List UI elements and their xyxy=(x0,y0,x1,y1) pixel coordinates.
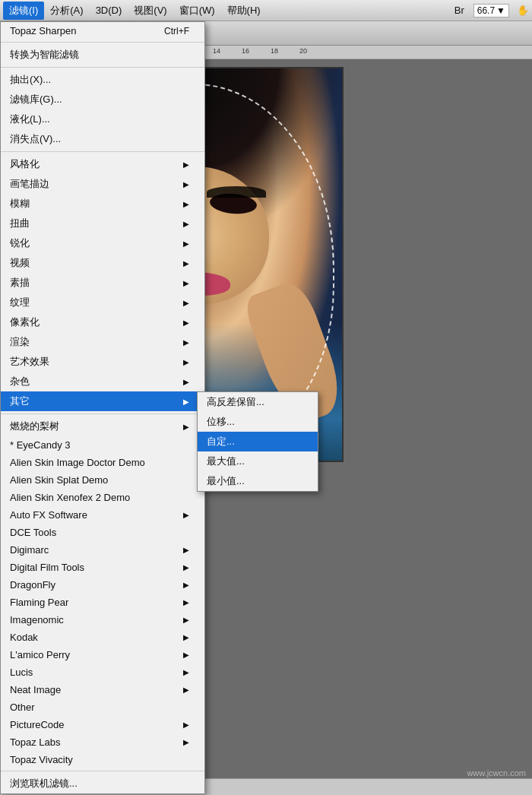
menu-neat-image[interactable]: Neat Image ▶ xyxy=(1,681,204,698)
menu-topaz-vivacity[interactable]: Topaz Vivacity xyxy=(1,751,204,768)
ruler-tick-18: 18 xyxy=(271,47,278,55)
menu-alien-doctor[interactable]: Alien Skin Image Doctor Demo xyxy=(1,454,204,471)
menu-artistic[interactable]: 艺术效果 ▶ xyxy=(1,352,204,372)
divider-2 xyxy=(1,67,204,68)
menu-filter-gallery-label: 滤镜库(G)... xyxy=(10,93,62,106)
menu-digital-film[interactable]: Digital Film Tools ▶ xyxy=(1,559,204,576)
menu-distort[interactable]: 扭曲 ▶ xyxy=(1,214,204,233)
menu-pixelate[interactable]: 像素化 ▶ xyxy=(1,312,204,332)
menu-alien-splat-label: Alien Skin Splat Demo xyxy=(10,474,108,486)
menu-lamico-label: L'amico Perry xyxy=(10,649,70,660)
menu-blur[interactable]: 模糊 ▶ xyxy=(1,194,204,214)
menu-dragonfly-label: DragonFly xyxy=(10,579,55,591)
submenu-max-label: 最大值... xyxy=(207,455,245,468)
menu-video-arrow: ▶ xyxy=(183,259,189,268)
menu-lucis[interactable]: Lucis ▶ xyxy=(1,664,204,681)
menu-vanishing-point[interactable]: 消失点(V)... xyxy=(1,129,204,149)
menu-item-filter[interactable]: 滤镜(I) xyxy=(3,2,44,20)
menu-browse-online[interactable]: 浏览联机滤镜... xyxy=(1,774,204,793)
submenu-min[interactable]: 最小值... xyxy=(198,471,318,491)
menu-item-window[interactable]: 窗口(W) xyxy=(173,2,221,20)
menu-digital-film-arrow: ▶ xyxy=(183,563,189,572)
menu-digital-film-label: Digital Film Tools xyxy=(10,562,84,573)
menu-bar: 滤镜(I) 分析(A) 3D(D) 视图(V) 窗口(W) 帮助(H) Br 6… xyxy=(0,0,532,21)
menu-eyecandy[interactable]: * EyeCandy 3 xyxy=(1,436,204,454)
menu-render[interactable]: 渲染 ▶ xyxy=(1,332,204,352)
menu-convert-smart[interactable]: 转换为智能滤镜 xyxy=(1,45,204,65)
menu-picturecode-label: PictureCode xyxy=(10,719,65,730)
menu-neat-image-label: Neat Image xyxy=(10,684,61,695)
menu-artistic-label: 艺术效果 xyxy=(10,355,49,369)
menu-pixelate-arrow: ▶ xyxy=(183,318,189,327)
menu-lamico[interactable]: L'amico Perry ▶ xyxy=(1,646,204,664)
menu-distort-label: 扭曲 xyxy=(10,217,30,230)
zoom-control[interactable]: 66.7 ▼ xyxy=(473,4,509,17)
menu-noise[interactable]: 杂色 ▶ xyxy=(1,372,204,391)
menu-topaz-labs-label: Topaz Labs xyxy=(10,736,61,748)
menu-flaming-pear[interactable]: Flaming Pear ▶ xyxy=(1,594,204,611)
menu-kodak[interactable]: Kodak ▶ xyxy=(1,629,204,646)
menu-other-label: 其它 xyxy=(10,394,30,408)
menu-digimarc-arrow: ▶ xyxy=(183,546,189,554)
menu-noise-label: 杂色 xyxy=(10,375,30,388)
hand-tool[interactable]: ✋ xyxy=(517,5,529,16)
menu-item-analyze[interactable]: 分析(A) xyxy=(44,2,89,20)
menu-alien-doctor-label: Alien Skin Image Doctor Demo xyxy=(10,457,145,468)
menu-video-label: 视频 xyxy=(10,256,30,270)
menu-bar-right: Br 66.7 ▼ ✋ xyxy=(448,2,529,18)
menu-item-br[interactable]: Br xyxy=(448,2,470,18)
menu-dce[interactable]: DCE Tools xyxy=(1,524,204,541)
menu-liquify[interactable]: 液化(L)... xyxy=(1,109,204,129)
divider-3 xyxy=(1,151,204,152)
menu-filter-gallery[interactable]: 滤镜库(G)... xyxy=(1,90,204,109)
submenu-max[interactable]: 最大值... xyxy=(198,451,318,471)
submenu-high-contrast[interactable]: 高反差保留... xyxy=(198,392,318,412)
menu-alien-xenofex[interactable]: Alien Skin Xenofex 2 Demo xyxy=(1,489,204,506)
menu-sketch-label: 素描 xyxy=(10,276,30,290)
menu-topaz-labs-arrow: ▶ xyxy=(183,738,189,746)
menu-stylize[interactable]: 风格化 ▶ xyxy=(1,154,204,174)
menu-autofx-arrow: ▶ xyxy=(183,511,189,519)
divider-1 xyxy=(1,42,204,43)
menu-extract[interactable]: 抽出(X)... xyxy=(1,70,204,90)
menu-dragonfly[interactable]: DragonFly ▶ xyxy=(1,576,204,594)
menu-topaz-sharpen[interactable]: Topaz Sharpen Ctrl+F xyxy=(1,22,204,40)
menu-topaz-sharpen-shortcut: Ctrl+F xyxy=(164,26,189,36)
menu-liquify-label: 液化(L)... xyxy=(10,112,50,126)
menu-topaz-labs[interactable]: Topaz Labs ▶ xyxy=(1,733,204,751)
menu-topaz-sharpen-label: Topaz Sharpen xyxy=(10,25,76,36)
menu-autofx-label: Auto FX Software xyxy=(10,509,87,521)
menu-item-view[interactable]: 视图(V) xyxy=(128,2,173,20)
menu-other[interactable]: 其它 ▶ 高反差保留... 位移... 自定... 最大值... 最小值... xyxy=(1,391,204,411)
menu-flaming-pear-arrow: ▶ xyxy=(183,598,189,607)
menu-digimarc[interactable]: Digimarc ▶ xyxy=(1,541,204,559)
menu-pear[interactable]: 燃烧的梨树 ▶ xyxy=(1,417,204,436)
menu-item-3d[interactable]: 3D(D) xyxy=(90,2,128,18)
menu-sketch[interactable]: 素描 ▶ xyxy=(1,273,204,293)
menu-texture[interactable]: 纹理 ▶ xyxy=(1,293,204,312)
submenu-custom[interactable]: 自定... xyxy=(198,432,318,451)
menu-vanishing-point-label: 消失点(V)... xyxy=(10,132,61,146)
menu-convert-smart-label: 转换为智能滤镜 xyxy=(10,48,79,62)
menu-lamico-arrow: ▶ xyxy=(183,651,189,659)
menu-blur-label: 模糊 xyxy=(10,197,30,211)
menu-artistic-arrow: ▶ xyxy=(183,358,189,366)
divider-5 xyxy=(1,771,204,771)
menu-stylize-label: 风格化 xyxy=(10,157,40,171)
menu-other-item[interactable]: Other xyxy=(1,698,204,716)
menu-autofx[interactable]: Auto FX Software ▶ xyxy=(1,506,204,524)
menu-distort-arrow: ▶ xyxy=(183,220,189,228)
menu-brush-stroke[interactable]: 画笔描边 ▶ xyxy=(1,174,204,194)
menu-eyecandy-label: * EyeCandy 3 xyxy=(10,439,71,451)
menu-item-help[interactable]: 帮助(H) xyxy=(221,2,267,20)
menu-texture-label: 纹理 xyxy=(10,296,30,309)
menu-picturecode[interactable]: PictureCode ▶ xyxy=(1,716,204,733)
menu-imagenomic[interactable]: Imagenomic ▶ xyxy=(1,611,204,629)
menu-video[interactable]: 视频 ▶ xyxy=(1,253,204,273)
ruler-tick-16: 16 xyxy=(242,47,249,55)
menu-alien-splat[interactable]: Alien Skin Splat Demo xyxy=(1,471,204,489)
submenu-offset[interactable]: 位移... xyxy=(198,412,318,432)
other-submenu: 高反差保留... 位移... 自定... 最大值... 最小值... xyxy=(197,391,318,492)
menu-sharpen[interactable]: 锐化 ▶ xyxy=(1,233,204,253)
zoom-dropdown-icon[interactable]: ▼ xyxy=(496,5,505,16)
